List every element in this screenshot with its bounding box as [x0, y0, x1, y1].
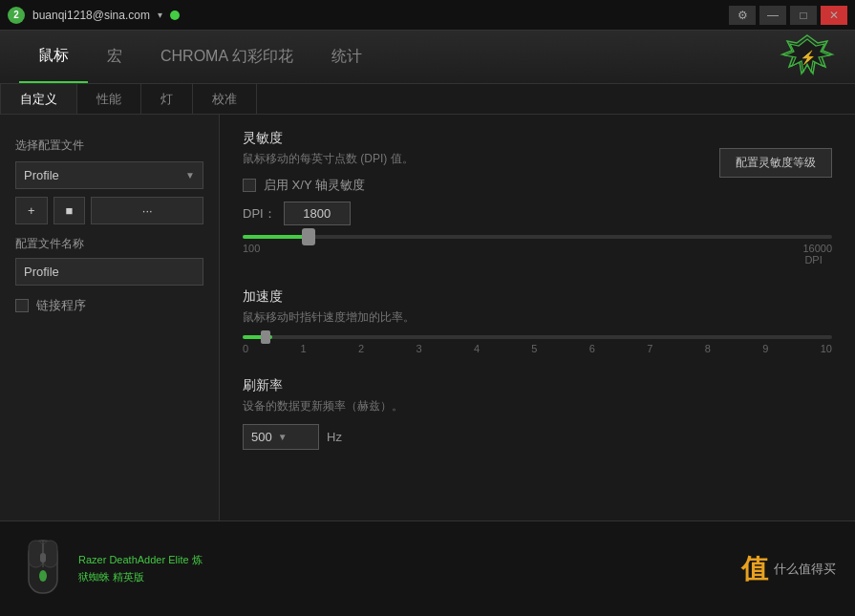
- svg-text:⚡: ⚡: [800, 50, 817, 66]
- accel-slider-thumb[interactable]: [261, 330, 270, 344]
- bottom-bar: Razer DeathAdder Elite 炼 狱蜘蛛 精英版 值 什么值得买: [0, 520, 855, 616]
- device-name: Razer DeathAdder Elite 炼: [78, 552, 203, 569]
- link-program-label: 链接程序: [36, 297, 86, 314]
- mouse-icon: [19, 536, 67, 603]
- svg-point-6: [39, 570, 47, 582]
- accel-slider-labels: 0 1 2 3 4 5 6 7 8 9 10: [243, 343, 832, 354]
- nav-item-mouse[interactable]: 鼠标: [19, 31, 88, 83]
- profile-value: Profile: [24, 168, 59, 182]
- accel-tick-2: 2: [358, 343, 364, 354]
- accel-tick-3: 3: [416, 343, 421, 354]
- more-options-button[interactable]: ···: [91, 197, 203, 224]
- polling-section: 刷新率 设备的数据更新频率（赫兹）。 500 ▼ Hz: [243, 377, 832, 450]
- accel-tick-1: 1: [300, 343, 306, 354]
- dpi-label: DPI：: [243, 205, 276, 223]
- titlebar-controls: ⚙ — □ ✕: [729, 6, 847, 25]
- xy-axis-checkbox[interactable]: [243, 179, 256, 192]
- nav-item-macro[interactable]: 宏: [88, 31, 141, 83]
- sensitivity-title: 灵敏度: [243, 130, 832, 147]
- xy-axis-row: 启用 X/Y 轴灵敏度: [243, 177, 719, 194]
- dpi-input[interactable]: [284, 202, 351, 225]
- accel-tick-8: 8: [705, 343, 711, 354]
- xy-axis-label: 启用 X/Y 轴灵敏度: [264, 177, 365, 194]
- dpi-slider[interactable]: [243, 235, 832, 239]
- accel-tick-0: 0: [243, 343, 248, 354]
- polling-title: 刷新率: [243, 377, 832, 394]
- dpi-slider-fill: [243, 235, 308, 239]
- profile-action-buttons: + ■ ···: [15, 197, 203, 224]
- sub-nav-customize[interactable]: 自定义: [0, 84, 77, 114]
- sub-nav-performance[interactable]: 性能: [77, 84, 141, 114]
- accel-tick-5: 5: [531, 343, 537, 354]
- dpi-slider-track: [243, 235, 832, 239]
- profile-dropdown[interactable]: Profile ▼: [15, 161, 203, 189]
- accel-slider[interactable]: [243, 335, 832, 339]
- accel-tick-7: 7: [647, 343, 652, 354]
- zhide-icon: 值: [741, 551, 768, 587]
- add-profile-button[interactable]: +: [15, 197, 48, 224]
- razer-logo: ⚡: [779, 33, 836, 81]
- accel-tick-9: 9: [762, 343, 768, 354]
- dpi-slider-labels: 100 16000 DPI: [243, 243, 832, 266]
- svg-rect-4: [43, 541, 57, 567]
- dpi-max-label: 16000 DPI: [802, 243, 832, 266]
- polling-value: 500: [251, 430, 272, 444]
- main-nav: 鼠标 宏 CHROMA 幻彩印花 统计 ⚡: [0, 31, 855, 84]
- acceleration-desc: 鼠标移动时指针速度增加的比率。: [243, 309, 832, 326]
- titlebar-left: 2 buanqi1218@sina.com ▾: [8, 7, 180, 24]
- polling-dropdown-icon: ▼: [278, 432, 288, 442]
- user-badge: 2: [8, 7, 25, 24]
- polling-desc: 设备的数据更新频率（赫兹）。: [243, 398, 832, 414]
- accel-tick-6: 6: [589, 343, 595, 354]
- svg-rect-7: [40, 553, 46, 563]
- acceleration-title: 加速度: [243, 288, 832, 306]
- mouse-info: Razer DeathAdder Elite 炼 狱蜘蛛 精英版: [19, 536, 203, 603]
- dpi-config-button[interactable]: 配置灵敏度等级: [719, 148, 832, 178]
- nav-item-stats[interactable]: 统计: [312, 31, 381, 83]
- close-button[interactable]: ✕: [821, 6, 847, 25]
- online-status-icon: [170, 11, 180, 20]
- device-info: Razer DeathAdder Elite 炼 狱蜘蛛 精英版: [78, 552, 203, 585]
- select-profile-label: 选择配置文件: [15, 138, 203, 154]
- dpi-input-row: DPI：: [243, 202, 832, 225]
- dropdown-arrow-icon[interactable]: ▾: [158, 10, 162, 20]
- dpi-min-label: 100: [243, 243, 260, 266]
- main-content: 灵敏度 鼠标移动的每英寸点数 (DPI) 值。 配置灵敏度等级 启用 X/Y 轴…: [220, 115, 855, 520]
- link-program-row: 链接程序: [15, 297, 203, 314]
- profile-name-input[interactable]: [15, 258, 203, 286]
- sub-nav-light[interactable]: 灯: [141, 84, 193, 114]
- content-area: 选择配置文件 Profile ▼ + ■ ··· 配置文件名称 链接程序 灵敏度…: [0, 115, 855, 520]
- dpi-slider-thumb[interactable]: [302, 228, 315, 245]
- accel-tick-4: 4: [474, 343, 480, 354]
- acceleration-section: 加速度 鼠标移动时指针速度增加的比率。 0 1 2 3 4 5 6 7 8 9 …: [243, 288, 832, 354]
- accel-tick-10: 10: [821, 343, 832, 354]
- sidebar: 选择配置文件 Profile ▼ + ■ ··· 配置文件名称 链接程序: [0, 115, 220, 520]
- svg-rect-3: [29, 541, 43, 567]
- delete-profile-button[interactable]: ■: [53, 197, 86, 224]
- user-email: buanqi1218@sina.com: [32, 9, 150, 22]
- nav-item-chroma[interactable]: CHROMA 幻彩印花: [141, 31, 312, 83]
- link-program-checkbox[interactable]: [15, 299, 29, 312]
- profile-dropdown-arrow-icon: ▼: [185, 170, 195, 181]
- hz-label: Hz: [327, 430, 342, 444]
- device-sub: 狱蜘蛛 精英版: [78, 569, 203, 586]
- zhide-text: 什么值得买: [774, 561, 836, 578]
- sub-nav: 自定义 性能 灯 校准: [0, 84, 855, 115]
- minimize-button[interactable]: —: [759, 6, 786, 25]
- titlebar: 2 buanqi1218@sina.com ▾ ⚙ — □ ✕: [0, 0, 855, 31]
- polling-select[interactable]: 500 ▼: [243, 424, 319, 450]
- sensitivity-section: 灵敏度 鼠标移动的每英寸点数 (DPI) 值。 配置灵敏度等级 启用 X/Y 轴…: [243, 130, 832, 266]
- maximize-button[interactable]: □: [790, 6, 817, 25]
- zhide-logo: 值 什么值得买: [741, 551, 836, 587]
- sub-nav-calibrate[interactable]: 校准: [193, 84, 257, 114]
- settings-button[interactable]: ⚙: [729, 6, 756, 25]
- profile-name-label: 配置文件名称: [15, 236, 203, 252]
- polling-hz-row: 500 ▼ Hz: [243, 424, 832, 450]
